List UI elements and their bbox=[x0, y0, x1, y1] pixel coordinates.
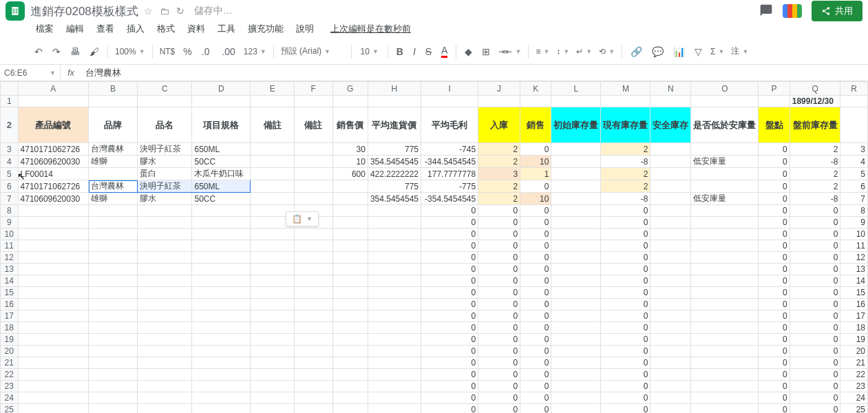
fx-icon: fx bbox=[61, 68, 81, 78]
menu-tools[interactable]: 工具 bbox=[212, 20, 241, 38]
zoom-dropdown[interactable]: 100%▼ bbox=[112, 45, 148, 58]
menu-file[interactable]: 檔案 bbox=[30, 20, 59, 38]
font-size-dropdown[interactable]: 10▼ bbox=[356, 45, 383, 58]
paint-format-button[interactable]: 🖌 bbox=[85, 43, 103, 60]
move-icon[interactable]: 🗀 bbox=[160, 6, 169, 17]
table-row[interactable]: 74710609620030雄獅膠水50CC354.5454545-354.54… bbox=[1, 193, 868, 205]
table-row[interactable]: 1700000017 bbox=[1, 310, 868, 322]
star-icon[interactable]: ☆ bbox=[144, 6, 153, 17]
merge-dropdown[interactable]: ⇥⇤▼ bbox=[496, 45, 524, 58]
menu-extensions[interactable]: 擴充功能 bbox=[242, 20, 289, 38]
sheets-logo[interactable] bbox=[6, 1, 25, 21]
table-row[interactable]: 1600000016 bbox=[1, 299, 868, 310]
table-row[interactable]: 1200000012 bbox=[1, 252, 868, 264]
table-row[interactable]: 1900000019 bbox=[1, 334, 868, 346]
name-box[interactable]: C6:E6▼ bbox=[0, 65, 61, 81]
table-row[interactable]: 2200000022 bbox=[1, 369, 868, 381]
bold-button[interactable]: B bbox=[392, 43, 407, 60]
borders-button[interactable]: ⊞ bbox=[478, 43, 494, 60]
menu-format[interactable]: 格式 bbox=[151, 20, 180, 38]
formula-bar: C6:E6▼ fx 台灣農林 bbox=[0, 65, 868, 81]
table-row[interactable]: 90000009 bbox=[1, 217, 868, 229]
table-row[interactable]: 2300000023 bbox=[1, 381, 868, 392]
table-row[interactable]: 2400000024 bbox=[1, 392, 868, 404]
table-row[interactable]: 5LF00014蛋白木瓜牛奶口味600422.2222222177.777777… bbox=[1, 168, 868, 180]
redo-button[interactable]: ↷ bbox=[48, 43, 65, 60]
table-row[interactable]: 1000000010 bbox=[1, 229, 868, 240]
italic-button[interactable]: I bbox=[409, 43, 420, 60]
v-align-dropdown[interactable]: ↕▼ bbox=[553, 45, 572, 58]
dec-decrease-button[interactable]: .0 bbox=[198, 43, 217, 60]
print-button[interactable]: 🖶 bbox=[66, 43, 84, 60]
table-row[interactable]: 1100000011 bbox=[1, 240, 868, 252]
functions-dropdown[interactable]: Σ▼ bbox=[708, 45, 727, 58]
table-row[interactable]: 2500000025 bbox=[1, 404, 868, 414]
menu-insert[interactable]: 插入 bbox=[121, 20, 150, 38]
menu-view[interactable]: 查看 bbox=[91, 20, 120, 38]
strike-button[interactable]: S bbox=[421, 43, 436, 60]
table-row[interactable]: 44710609620030雄獅膠水50CC10354.5454545-344.… bbox=[1, 156, 868, 168]
fill-color-button[interactable]: ◆ bbox=[461, 43, 476, 60]
cloud-icon: ↻ bbox=[176, 6, 184, 17]
rotate-dropdown[interactable]: ⟲▼ bbox=[596, 45, 617, 58]
menu-bar: 檔案 編輯 查看 插入 格式 資料 工具 擴充功能 說明 上次編輯是在數秒前 bbox=[0, 19, 868, 39]
text-color-button[interactable]: A bbox=[437, 42, 452, 61]
toolbar: ↶ ↷ 🖶 🖌 100%▼ NT$ % .0 .00 123▼ 預設 (Aria… bbox=[0, 39, 868, 65]
currency-dropdown[interactable]: NT$ bbox=[157, 45, 178, 58]
formula-input[interactable]: 台灣農林 bbox=[81, 67, 868, 79]
percent-button[interactable]: % bbox=[179, 43, 195, 60]
table-row[interactable]: 80000008 bbox=[1, 205, 868, 217]
chart-button[interactable]: 📊 bbox=[669, 43, 689, 60]
comments-icon[interactable] bbox=[759, 3, 773, 19]
input-tools-dropdown[interactable]: 注▼ bbox=[728, 44, 751, 59]
table-row[interactable]: 2100000021 bbox=[1, 357, 868, 369]
saving-status: 儲存中… bbox=[194, 5, 233, 17]
meet-icon[interactable] bbox=[783, 4, 802, 18]
menu-edit[interactable]: 編輯 bbox=[61, 20, 89, 38]
grid[interactable]: ABCDEFGHIJKLMNOPQR 11899/12/302產品編號品牌品名項… bbox=[0, 81, 868, 413]
h-align-dropdown[interactable]: ≡▼ bbox=[533, 45, 552, 58]
column-headers[interactable]: ABCDEFGHIJKLMNOPQR bbox=[1, 82, 868, 96]
menu-help[interactable]: 說明 bbox=[290, 20, 319, 38]
dec-increase-button[interactable]: .00 bbox=[218, 43, 239, 60]
doc-title[interactable]: 進銷存0208模板樣式 bbox=[30, 3, 138, 19]
comment-button[interactable]: 💬 bbox=[648, 43, 668, 60]
link-button[interactable]: 🔗 bbox=[626, 43, 646, 60]
more-formats-dropdown[interactable]: 123▼ bbox=[241, 45, 269, 58]
table-row[interactable]: 2000000020 bbox=[1, 346, 868, 357]
menu-data[interactable]: 資料 bbox=[182, 20, 211, 38]
filter-button[interactable]: ▽ bbox=[690, 43, 706, 60]
table-row[interactable]: 1800000018 bbox=[1, 322, 868, 334]
undo-button[interactable]: ↶ bbox=[30, 43, 47, 60]
table-row[interactable]: 1400000014 bbox=[1, 275, 868, 287]
font-dropdown[interactable]: 預設 (Arial)▼ bbox=[278, 44, 347, 59]
paste-options-hint[interactable]: 📋▼ bbox=[286, 211, 319, 226]
table-row[interactable]: 34710171062726台灣農林決明子紅茶650ML30775-745202… bbox=[1, 143, 868, 156]
share-button[interactable]: 共用 bbox=[812, 1, 862, 21]
wrap-dropdown[interactable]: ↵▼ bbox=[573, 45, 595, 58]
title-bar: 進銷存0208模板樣式 ☆ 🗀 ↻ 儲存中… 共用 bbox=[0, 0, 868, 19]
last-edit-link[interactable]: 上次編輯是在數秒前 bbox=[325, 20, 416, 38]
table-row[interactable]: 64710171062726台灣農林決明子紅茶650ML775-77520202… bbox=[1, 180, 868, 193]
table-row[interactable]: 1300000013 bbox=[1, 264, 868, 275]
table-row[interactable]: 1500000015 bbox=[1, 287, 868, 299]
